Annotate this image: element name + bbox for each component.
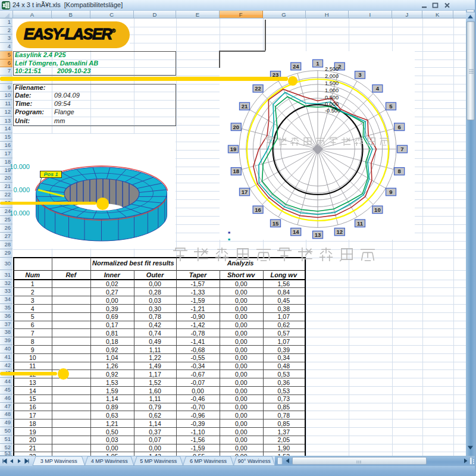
svg-text:4: 4	[376, 85, 380, 92]
svg-text:15: 15	[273, 220, 279, 227]
svg-text:0.000: 0.000	[325, 101, 339, 107]
svg-text:16: 16	[255, 206, 261, 213]
svg-text:10: 10	[374, 206, 381, 213]
svg-text:-0.500: -0.500	[325, 108, 340, 114]
svg-text:7: 7	[400, 146, 403, 152]
svg-text:17: 17	[242, 189, 248, 195]
svg-text:5 MP Waviness: 5 MP Waviness	[140, 458, 177, 464]
svg-text:11: 11	[357, 220, 364, 227]
svg-text:3: 3	[358, 71, 361, 78]
svg-text:0.500: 0.500	[325, 95, 339, 101]
svg-text:12: 12	[337, 228, 343, 235]
svg-text:2.000: 2.000	[325, 73, 339, 79]
svg-text:24: 24	[293, 63, 299, 70]
svg-text:19: 19	[230, 146, 237, 152]
svg-text:6 MP Waviness: 6 MP Waviness	[190, 458, 227, 464]
svg-text:14: 14	[293, 228, 299, 235]
svg-text:3 MP Waviness: 3 MP Waviness	[40, 458, 78, 464]
svg-text:18: 18	[233, 168, 240, 174]
svg-text:1.500: 1.500	[325, 80, 339, 86]
svg-text:1: 1	[316, 60, 320, 67]
svg-text:90° Waviness: 90° Waviness	[238, 458, 271, 464]
svg-text:9: 9	[389, 189, 392, 195]
svg-text:1.000: 1.000	[325, 87, 339, 93]
svg-text:2.500: 2.500	[325, 66, 339, 72]
svg-text:20: 20	[233, 124, 240, 130]
svg-text:21: 21	[242, 103, 248, 109]
svg-text:5: 5	[389, 103, 393, 109]
svg-text:8: 8	[398, 168, 401, 174]
svg-text:13: 13	[315, 231, 321, 238]
svg-text:6: 6	[398, 124, 401, 130]
svg-text:4 MP Waviness: 4 MP Waviness	[91, 458, 129, 464]
svg-text:22: 22	[255, 85, 261, 92]
